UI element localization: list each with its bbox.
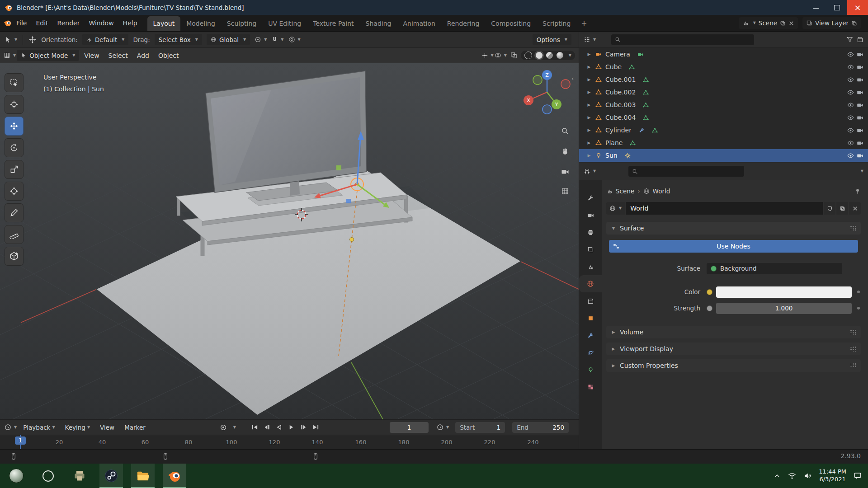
playback-range-dropdown[interactable]: ▼: [437, 424, 449, 431]
tab-texture-properties[interactable]: [579, 378, 602, 395]
outliner-item-cylinder[interactable]: ▶ Cylinder: [579, 124, 868, 136]
scale-tool[interactable]: [5, 160, 24, 179]
axis-z-negative[interactable]: [542, 105, 552, 114]
surface-shader-field[interactable]: Background: [707, 263, 842, 274]
animate-decorator-dot[interactable]: [857, 307, 860, 310]
rendered-shading-icon[interactable]: [557, 52, 563, 59]
world-name-field[interactable]: World: [626, 202, 823, 215]
scene-selector[interactable]: ▼ Scene: [739, 17, 798, 29]
annotate-tool[interactable]: [5, 203, 24, 222]
tab-layout[interactable]: Layout: [147, 16, 181, 31]
options-dropdown[interactable]: Options ▼: [533, 34, 571, 45]
next-keyframe-button[interactable]: [300, 424, 307, 431]
filter-funnel-icon[interactable]: [846, 36, 853, 43]
tab-scripting[interactable]: Scripting: [537, 16, 576, 31]
outliner-item-cube-004[interactable]: ▶ Cube.004: [579, 111, 868, 124]
hide-eye-icon[interactable]: [847, 89, 854, 96]
wireframe-shading-icon[interactable]: [524, 52, 532, 59]
surface-panel-header[interactable]: ▼ Surface: [606, 222, 861, 235]
transform-orientation-dropdown[interactable]: Global ▼: [207, 34, 250, 45]
minimize-button[interactable]: —: [806, 0, 826, 15]
expand-icon[interactable]: ▶: [585, 141, 593, 145]
color-swatch-field[interactable]: [716, 286, 852, 298]
tab-constraints-properties[interactable]: [579, 327, 602, 344]
browse-world-button[interactable]: ▼: [606, 202, 625, 215]
cursor-tool[interactable]: [5, 95, 24, 114]
fake-user-button[interactable]: [824, 202, 835, 215]
animate-decorator-dot[interactable]: [857, 291, 860, 293]
steam-button[interactable]: [99, 464, 123, 488]
menu-keying[interactable]: Keying▼: [61, 424, 94, 431]
tab-shading[interactable]: Shading: [360, 16, 397, 31]
hidden-icons-chevron[interactable]: [774, 472, 781, 479]
move-tool[interactable]: [5, 117, 24, 136]
tab-compositing[interactable]: Compositing: [485, 16, 537, 31]
overlays-dropdown[interactable]: ▼: [495, 52, 507, 59]
gizmo-plane-handle-blue[interactable]: [346, 199, 351, 203]
outliner-item-cube[interactable]: ▶ Cube: [579, 61, 868, 73]
render-visibility-icon[interactable]: [857, 76, 863, 83]
frame-end-field[interactable]: End250: [512, 422, 569, 433]
camera-view-button[interactable]: [558, 165, 572, 178]
unlink-scene-icon[interactable]: [788, 20, 794, 26]
previous-keyframe-button[interactable]: [264, 424, 270, 431]
outliner-item-plane[interactable]: ▶ Plane: [579, 136, 868, 149]
tab-modeling[interactable]: Modeling: [180, 16, 221, 31]
expand-icon[interactable]: ▶: [585, 90, 593, 94]
xray-toggle-icon[interactable]: [510, 52, 517, 59]
tab-uv-editing[interactable]: UV Editing: [262, 16, 307, 31]
view-layer-selector[interactable]: View Layer: [802, 17, 861, 29]
rotate-tool[interactable]: [5, 138, 24, 157]
close-button[interactable]: ×: [847, 0, 868, 15]
start-button[interactable]: [5, 464, 28, 488]
snapping-dropdown[interactable]: ▼: [271, 36, 283, 43]
ortho-toggle-button[interactable]: [558, 184, 572, 198]
tab-object-properties[interactable]: [579, 310, 602, 327]
tab-render-properties[interactable]: [579, 206, 602, 224]
auto-keying-button[interactable]: [220, 424, 227, 431]
viewport-menu-object[interactable]: Object: [154, 52, 183, 59]
new-view-layer-icon[interactable]: [851, 20, 857, 26]
breadcrumb-world[interactable]: World: [653, 188, 670, 195]
active-tool-dropdown[interactable]: ▼: [5, 36, 17, 43]
expand-icon[interactable]: ▶: [585, 115, 593, 120]
properties-search-input[interactable]: [628, 166, 744, 177]
play-reverse-button[interactable]: [276, 424, 283, 431]
drag-dropdown[interactable]: Select Box ▼: [155, 34, 202, 45]
render-visibility-icon[interactable]: [857, 102, 863, 108]
viewport-menu-view[interactable]: View: [80, 52, 103, 59]
tab-collection-properties[interactable]: [579, 292, 602, 310]
hide-eye-icon[interactable]: [847, 140, 854, 146]
play-button[interactable]: [288, 424, 295, 431]
viewport-display-panel-header[interactable]: ▶ Viewport Display: [606, 343, 861, 355]
add-workspace-button[interactable]: +: [576, 19, 591, 28]
volume-panel-header[interactable]: ▶ Volume: [606, 326, 861, 338]
proportional-editing-dropdown[interactable]: ▼: [288, 36, 301, 43]
tab-rendering[interactable]: Rendering: [441, 16, 486, 31]
hide-eye-icon[interactable]: [847, 152, 854, 159]
3d-viewport[interactable]: User Perspective (1) Collection | Sun: [0, 63, 579, 419]
axis-x-negative[interactable]: [561, 80, 570, 89]
network-wifi-icon[interactable]: [788, 472, 796, 480]
render-visibility-icon[interactable]: [857, 140, 863, 146]
render-visibility-icon[interactable]: [857, 114, 863, 121]
tab-texture-paint[interactable]: Texture Paint: [307, 16, 359, 31]
outliner-item-cube-003[interactable]: ▶ Cube.003: [579, 99, 868, 111]
timeline-editor-dropdown[interactable]: ▼: [5, 424, 17, 431]
tab-physics-properties[interactable]: [579, 344, 602, 361]
use-nodes-button[interactable]: Use Nodes: [609, 240, 858, 253]
expand-icon[interactable]: ▶: [585, 103, 593, 107]
playhead-badge[interactable]: 1: [15, 436, 26, 445]
show-gizmo-dropdown[interactable]: ▼: [481, 52, 494, 59]
expand-icon[interactable]: ▶: [585, 65, 593, 69]
move-gizmo-icon[interactable]: [28, 36, 37, 44]
pivot-point-dropdown[interactable]: ▼: [255, 36, 267, 43]
tab-output-properties[interactable]: [579, 224, 602, 241]
new-collection-icon[interactable]: [857, 36, 863, 43]
axis-y-negative[interactable]: [533, 75, 542, 84]
render-visibility-icon[interactable]: [857, 127, 863, 134]
volume-speaker-icon[interactable]: [803, 472, 811, 480]
add-cube-tool[interactable]: [5, 247, 24, 266]
hide-eye-icon[interactable]: [847, 64, 854, 70]
render-visibility-icon[interactable]: [857, 89, 863, 96]
